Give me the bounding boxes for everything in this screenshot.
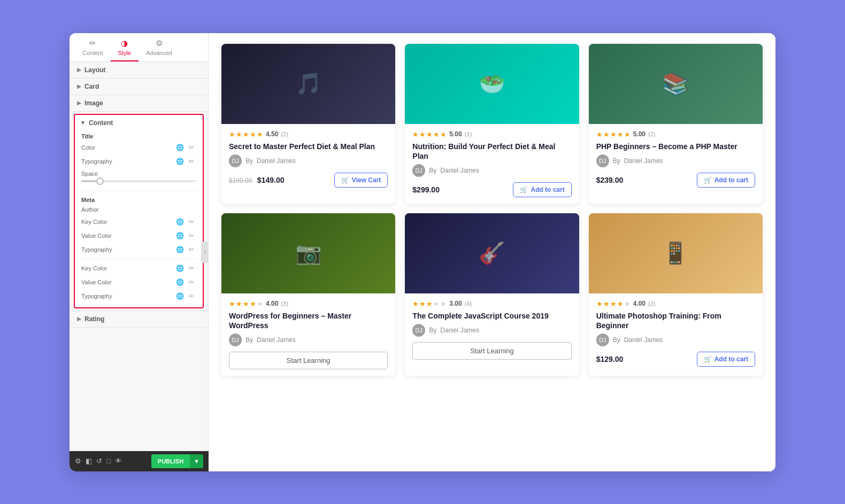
globe-icon-8[interactable]: 🌐 xyxy=(175,291,185,301)
author-name: Daniel James xyxy=(257,336,296,344)
globe-icon-5[interactable]: 🌐 xyxy=(175,245,185,254)
globe-icon-3[interactable]: 🌐 xyxy=(175,217,185,227)
cart-label: Add to cart xyxy=(715,176,748,184)
edit-icon-3[interactable]: ✏ xyxy=(187,217,196,227)
author-name: Daniel James xyxy=(440,327,479,334)
star-full: ★ xyxy=(243,130,249,138)
tab-advanced-label: Advanced xyxy=(146,50,172,56)
publish-main-btn[interactable]: PUBLISH xyxy=(151,454,190,468)
star-full: ★ xyxy=(419,300,426,308)
add-to-cart-button[interactable]: 🛒 Add to cart xyxy=(513,182,571,197)
current-price: $149.00 xyxy=(257,176,285,184)
settings-icon[interactable]: ⚙ xyxy=(75,457,81,465)
rating-section[interactable]: ▶ Rating xyxy=(70,311,208,328)
author-by: By xyxy=(429,167,436,174)
course-card: 📷 ★★★★★ 4.00 (3) WordPress for Beginners… xyxy=(221,213,395,376)
author-name: Daniel James xyxy=(440,167,479,174)
courses-grid: 🎵 ★★★★★ 4.50 (2) Secret to Master Perfec… xyxy=(221,44,763,376)
author-row: DJ By Daniel James xyxy=(229,334,388,346)
price-display: $239.00 xyxy=(596,175,624,185)
space-label: Space xyxy=(81,170,196,177)
collapse-handle[interactable]: ‹ xyxy=(201,242,209,263)
card-label: Card xyxy=(84,83,99,90)
star-full: ★ xyxy=(236,300,242,308)
title-typography-controls: 🌐 ✏ xyxy=(175,157,196,166)
card-arrow: ▶ xyxy=(77,83,81,89)
typography-label-2: Typography xyxy=(81,293,112,299)
globe-icon-4[interactable]: 🌐 xyxy=(175,231,185,241)
author-name: Daniel James xyxy=(624,336,663,344)
course-card: 📚 ★★★★★ 5.00 (2) PHP Beginners – Become … xyxy=(589,44,763,204)
globe-icon-6[interactable]: 🌐 xyxy=(175,263,185,273)
avatar: DJ xyxy=(412,324,425,337)
star-empty: ★ xyxy=(257,300,263,308)
star-full: ★ xyxy=(603,300,610,308)
tab-content[interactable]: ✏ Content xyxy=(75,33,111,61)
preview-icon[interactable]: 👁 xyxy=(115,457,122,465)
panel-sections: ▶ Layout ▶ Card ▶ Image ▼ Content Title xyxy=(70,62,208,471)
thumb-icon: 📚 xyxy=(662,71,689,96)
edit-icon-7[interactable]: ✏ xyxy=(187,277,196,287)
star-full: ★ xyxy=(617,130,624,138)
publish-dropdown-btn[interactable]: ▼ xyxy=(190,454,203,468)
layout-label: Layout xyxy=(84,66,105,74)
stars: ★★★★★ xyxy=(412,300,447,308)
layout-section[interactable]: ▶ Layout xyxy=(70,62,208,79)
rating-count: (2) xyxy=(648,131,655,137)
current-price: $239.00 xyxy=(596,176,624,184)
star-empty: ★ xyxy=(433,300,440,308)
start-learning-button[interactable]: Start Learning xyxy=(229,352,388,369)
edit-icon-2[interactable]: ✏ xyxy=(187,157,196,166)
globe-icon[interactable]: 🌐 xyxy=(175,143,185,152)
layers-icon[interactable]: ◧ xyxy=(86,457,92,465)
rating-number: 4.50 xyxy=(266,130,278,138)
edit-icon-4[interactable]: ✏ xyxy=(187,231,196,241)
course-title: Nutrition: Build Your Perfect Diet & Mea… xyxy=(412,142,571,161)
content-tab-icon: ✏ xyxy=(89,38,96,48)
edit-icon-6[interactable]: ✏ xyxy=(187,263,196,273)
content-label: Content xyxy=(89,119,113,127)
edit-icon-5[interactable]: ✏ xyxy=(187,245,196,254)
cart-icon: 🛒 xyxy=(704,355,712,363)
add-to-cart-button[interactable]: 🛒 Add to cart xyxy=(697,352,755,367)
tab-advanced[interactable]: ⚙ Advanced xyxy=(139,33,180,61)
course-title: PHP Beginners – Become a PHP Master xyxy=(596,142,755,151)
author-value-color-controls: 🌐 ✏ xyxy=(175,231,196,241)
image-section[interactable]: ▶ Image xyxy=(70,95,208,112)
course-rating-row: ★★★★★ 5.00 (2) xyxy=(596,130,755,138)
meta-divider-2 xyxy=(80,259,197,259)
content-arrow: ▼ xyxy=(80,120,86,126)
card-section[interactable]: ▶ Card xyxy=(70,79,208,95)
edit-icon[interactable]: ✏ xyxy=(187,143,196,152)
space-slider[interactable] xyxy=(81,180,196,182)
price-row: $129.00 🛒 Add to cart xyxy=(596,352,755,367)
cart-label: Add to cart xyxy=(531,186,564,193)
content-section-header[interactable]: ▼ Content xyxy=(75,115,203,130)
add-to-cart-button[interactable]: 🛒 View Cart xyxy=(334,173,388,188)
rating-number: 5.00 xyxy=(633,130,646,138)
author-by: By xyxy=(613,336,620,344)
price-row: $299.00 🛒 Add to cart xyxy=(412,182,571,197)
thumb-icon: 📱 xyxy=(662,241,689,266)
current-price: $129.00 xyxy=(596,355,624,363)
course-body: ★★★★★ 5.00 (1) Nutrition: Build Your Per… xyxy=(405,124,579,204)
tab-style[interactable]: ◑ Style xyxy=(111,33,139,61)
stars: ★★★★★ xyxy=(229,300,263,308)
author-by: By xyxy=(245,336,253,344)
slider-thumb[interactable] xyxy=(96,177,104,185)
key-color-label-2: Key Color xyxy=(81,265,107,272)
add-to-cart-button[interactable]: 🛒 Add to cart xyxy=(697,173,755,188)
publish-button[interactable]: PUBLISH ▼ xyxy=(151,454,203,468)
start-learning-label: Start Learning xyxy=(470,347,514,355)
redo-icon[interactable]: □ xyxy=(106,457,111,465)
start-learning-button[interactable]: Start Learning xyxy=(412,342,571,360)
course-title: WordPress for Beginners – Master WordPre… xyxy=(229,311,388,330)
globe-icon-2[interactable]: 🌐 xyxy=(175,157,185,166)
rating-arrow: ▶ xyxy=(77,316,81,322)
value-color-label-2: Value Color xyxy=(81,279,112,285)
edit-icon-8[interactable]: ✏ xyxy=(187,291,196,301)
undo-icon[interactable]: ↺ xyxy=(96,457,102,465)
thumb-icon: 🎵 xyxy=(295,71,322,96)
title-typography-label: Typography xyxy=(81,158,112,165)
globe-icon-7[interactable]: 🌐 xyxy=(175,277,185,287)
